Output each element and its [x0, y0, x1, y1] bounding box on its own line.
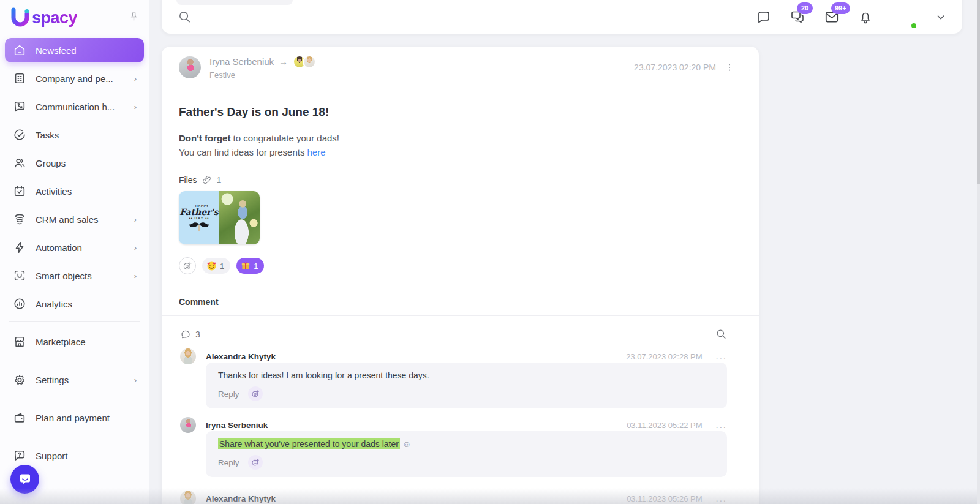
support-chat-widget-button[interactable]	[10, 465, 39, 494]
smart-objects-icon	[12, 268, 27, 283]
post-body-text: to congratulate your dads!	[230, 133, 339, 143]
sidebar-item-newsfeed[interactable]: Newsfeed	[5, 38, 144, 62]
reply-button[interactable]: Reply	[218, 389, 239, 399]
comment-search-icon[interactable]	[715, 328, 727, 340]
post-group-name[interactable]: Festive	[209, 70, 316, 80]
post-title: Father's Day is on June 18!	[162, 88, 759, 119]
smiley-emoji: ☺	[400, 439, 411, 449]
sidebar-item-label: Tasks	[36, 130, 59, 140]
post-author-avatar[interactable]	[179, 56, 201, 78]
group-chats-icon[interactable]: 20	[790, 9, 805, 25]
sidebar-item-activities[interactable]: Activities	[5, 179, 144, 203]
add-reaction-button[interactable]	[248, 386, 263, 401]
comment-item: Iryna Serbeniuk 03.11.2023 05:22 PM ... …	[162, 408, 759, 477]
sidebar-item-plan-payment[interactable]: Plan and payment	[5, 405, 144, 430]
smiley-plus-icon	[183, 261, 192, 271]
notifications-bell-icon[interactable]	[858, 10, 873, 24]
sidebar-item-automation[interactable]: Automation ›	[5, 235, 144, 260]
sidebar-item-crm[interactable]: CRM and sales ›	[5, 207, 144, 231]
chevron-right-icon: ›	[134, 102, 137, 111]
comment-menu-ellipsis-icon[interactable]: ...	[715, 354, 727, 359]
reaction-gift[interactable]: 1	[236, 258, 264, 274]
sidebar-item-analytics[interactable]: Analytics	[5, 291, 144, 316]
reaction-count: 1	[254, 261, 258, 271]
post-menu-kebab-icon[interactable]	[725, 62, 734, 72]
mail-icon[interactable]: 99+	[824, 9, 840, 25]
comment-author-avatar[interactable]	[180, 348, 196, 364]
smiley-plus-icon	[251, 389, 260, 398]
comment-author-name[interactable]: Alexandra Khytyk	[206, 352, 276, 361]
attachment-thumbnail[interactable]: HAPPY Father's •• DAY ••	[179, 191, 260, 244]
thumb-text-fathers: Father's	[179, 208, 218, 216]
comment-timestamp: 03.11.2023 05:22 PM	[627, 421, 702, 430]
sidebar-item-company[interactable]: Company and pe... ›	[5, 66, 144, 91]
user-avatar[interactable]	[891, 4, 917, 30]
here-link[interactable]: here	[307, 147, 326, 157]
comment-author-name[interactable]: Alexandra Khytyk	[206, 494, 276, 503]
post-timestamp: 23.07.2023 02:20 PM	[634, 62, 716, 72]
sidebar-divider	[9, 359, 140, 359]
search-icon[interactable]	[178, 10, 192, 24]
sidebar-item-label: Settings	[36, 375, 69, 385]
thumb-text-day: •• DAY ••	[189, 216, 209, 220]
scrollbar-thumb[interactable]	[977, 0, 980, 184]
reply-button[interactable]: Reply	[218, 458, 239, 467]
comment-menu-ellipsis-icon[interactable]: ...	[715, 496, 727, 501]
chevron-down-icon[interactable]	[935, 12, 946, 23]
sidebar-item-label: Communication h...	[36, 102, 115, 112]
sidebar-item-label: Automation	[36, 243, 82, 253]
sidebar-nav: Newsfeed Company and pe... › Communicati…	[0, 34, 149, 468]
sidebar-item-support[interactable]: Support	[5, 443, 144, 468]
direct-messages-icon[interactable]	[756, 10, 771, 24]
comment-count-row: 3	[162, 316, 759, 340]
files-row: Files 1	[162, 159, 759, 185]
comment-timestamp: 23.07.2023 02:28 PM	[626, 352, 702, 361]
post-author-name[interactable]: Iryna Serbeniuk	[209, 56, 274, 67]
storefront-icon	[12, 334, 27, 349]
sidebar-item-label: Analytics	[36, 299, 72, 309]
sidebar-item-marketplace[interactable]: Marketplace	[5, 329, 144, 354]
sidebar-divider	[9, 321, 140, 322]
sidebar-item-groups[interactable]: Groups	[5, 151, 144, 175]
sidebar-item-smart-objects[interactable]: Smart objects ›	[5, 263, 144, 288]
post-body-bold: Don't forget	[179, 133, 230, 143]
comment-composer[interactable]: Comment	[162, 288, 759, 315]
post-recipients[interactable]	[293, 55, 316, 69]
home-icon	[12, 43, 27, 58]
add-reaction-button[interactable]	[248, 455, 263, 470]
comment-author-name[interactable]: Iryna Serbeniuk	[206, 421, 268, 430]
pin-sidebar-icon[interactable]	[129, 12, 139, 24]
father-child-photo	[219, 191, 260, 244]
smiley-plus-icon	[251, 458, 260, 467]
reactions-row: 1 1	[162, 244, 759, 274]
mustache-icon	[189, 222, 209, 231]
highlighted-comment-text: Share what you've presented to your dads…	[218, 438, 400, 449]
sidebar-item-communication[interactable]: Communication h... ›	[5, 94, 144, 119]
comment-count-number: 3	[195, 329, 200, 339]
chat-call-icon	[12, 99, 27, 114]
comment-timestamp: 03.11.2023 05:26 PM	[627, 494, 702, 503]
page-scrollbar[interactable]	[977, 0, 980, 504]
comment-menu-ellipsis-icon[interactable]: ...	[715, 423, 727, 427]
gear-icon	[12, 372, 27, 387]
reaction-count: 1	[220, 261, 224, 271]
fathers-day-card-image: HAPPY Father's •• DAY ••	[179, 191, 219, 244]
comment-author-avatar[interactable]	[180, 491, 196, 504]
comment-bubble: Share what you've presented to your dads…	[206, 431, 727, 477]
add-reaction-button[interactable]	[179, 257, 196, 274]
sidebar-item-label: Marketplace	[36, 337, 86, 347]
reaction-hearts-face[interactable]: 1	[202, 258, 230, 274]
sidebar-item-label: Groups	[36, 158, 66, 168]
sidebar-item-tasks[interactable]: Tasks	[5, 122, 144, 147]
topbar: 20 99+	[162, 0, 962, 34]
sidebar-item-settings[interactable]: Settings ›	[5, 367, 144, 392]
sidebar-item-label: Plan and payment	[36, 413, 110, 423]
comment-author-avatar[interactable]	[180, 417, 196, 433]
uspacy-logo-icon[interactable]	[10, 7, 31, 28]
question-bubble-icon	[12, 448, 27, 463]
sidebar-item-label: Support	[36, 451, 68, 461]
scrolled-content-edge	[176, 0, 293, 5]
arrow-right-icon: →	[279, 56, 288, 67]
recipient-avatar	[303, 55, 316, 69]
files-label: Files	[179, 175, 197, 185]
